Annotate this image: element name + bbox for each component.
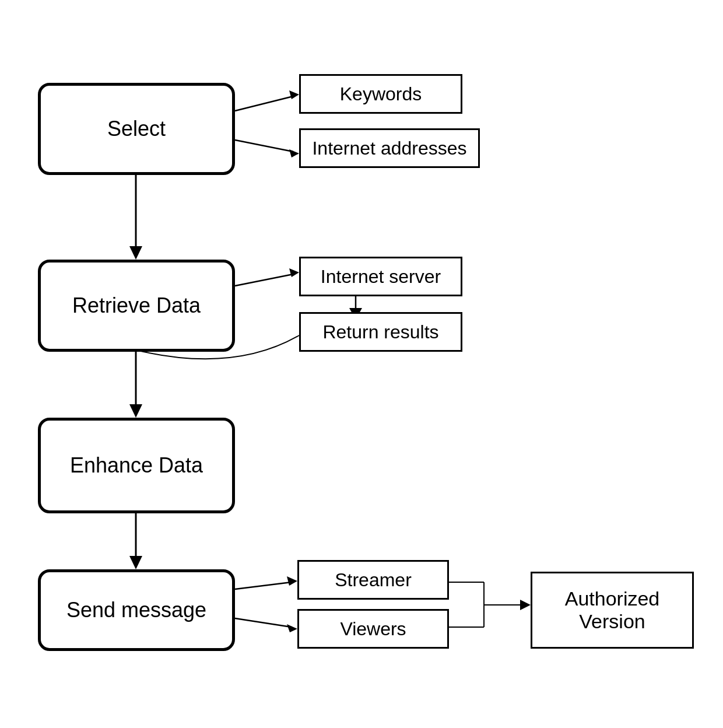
viewers-box: Viewers [297,609,449,649]
svg-line-6 [235,274,293,286]
svg-marker-14 [129,556,142,569]
internet-addresses-box: Internet addresses [299,128,480,168]
svg-marker-3 [289,90,299,99]
svg-marker-23 [520,600,531,610]
enhance-data-box: Enhance Data [38,418,235,513]
return-results-box: Return results [299,312,462,352]
svg-marker-18 [287,624,297,632]
keywords-box: Keywords [299,74,462,114]
streamer-box: Streamer [297,560,449,600]
svg-marker-1 [129,246,142,260]
select-box: Select [38,83,235,175]
send-message-box: Send message [38,569,235,651]
svg-line-15 [235,582,292,589]
retrieve-data-box: Retrieve Data [38,260,235,352]
svg-line-2 [235,96,293,111]
authorized-version-box: Authorized Version [531,572,694,649]
svg-marker-5 [289,149,299,158]
svg-line-17 [235,618,292,627]
svg-marker-16 [287,576,297,586]
svg-line-4 [235,140,293,152]
internet-server-box: Internet server [299,257,462,296]
svg-marker-12 [129,404,142,418]
svg-marker-7 [289,268,299,277]
diagram: Select Keywords Internet addresses Retri… [0,0,723,728]
